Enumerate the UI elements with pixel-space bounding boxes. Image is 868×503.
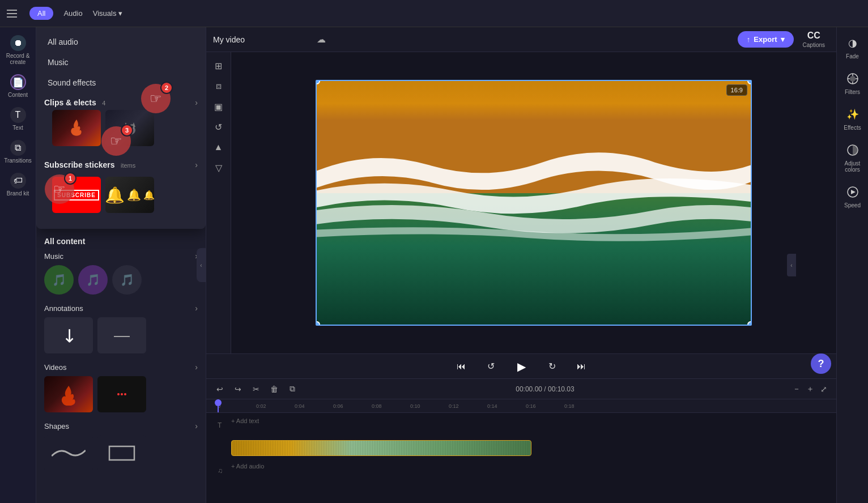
panel-scroll-indicator[interactable]: ‹ [197, 248, 206, 282]
annotations-title: Annotations [44, 304, 83, 313]
video-thumb-fire[interactable] [44, 376, 93, 412]
hamburger-menu-icon[interactable] [7, 7, 20, 20]
text-track-area[interactable]: + Add text [231, 417, 836, 433]
dropdown-all-audio[interactable]: All audio [36, 32, 206, 52]
dot3-icon [124, 393, 126, 395]
align-bottom-button[interactable]: ▽ [210, 159, 228, 177]
tick-8: 0:16 [526, 403, 564, 409]
captions-button[interactable]: CC Captions [798, 28, 829, 50]
zoom-out-button[interactable]: － [791, 383, 802, 395]
right-panel-adjust-colors[interactable]: Adjust colors [839, 139, 866, 176]
clip-thumb-cat[interactable] [105, 110, 154, 146]
video-topbar: ☁ ↑ Export ▾ CC Captions [206, 27, 836, 52]
subscribe-thumbnails: SUBSCRIBE 🔔 🔔 🔔 [44, 174, 198, 220]
tick-9: 0:18 [564, 403, 603, 409]
tick-2: 0:04 [295, 403, 333, 409]
shape-thumb-1[interactable] [44, 435, 93, 471]
timeline-toolbar: ↩ ↪ ✂ 🗑 ⧉ 00:00.00 / 00:10.03 － ＋ ⤢ [206, 379, 836, 399]
undo-button[interactable]: ↩ [213, 382, 227, 396]
audio-track-area[interactable]: + Add audio [231, 463, 836, 479]
video-frame[interactable] [316, 80, 752, 326]
sidebar-item-text[interactable]: T Text [3, 104, 33, 134]
bell-sticker-thumb[interactable]: 🔔 🔔 🔔 [105, 177, 154, 213]
video-thumb-dark[interactable] [97, 376, 146, 412]
crop-button[interactable]: ⧈ [210, 77, 228, 95]
record-create-icon: ⏺ [10, 35, 26, 51]
zoom-in-button[interactable]: ＋ [805, 383, 816, 395]
media-panel: All audio Music Sound effects Clips & el… [36, 27, 206, 503]
rotate-button[interactable]: ↺ [210, 118, 228, 136]
tab-visuals[interactable]: Visuals ▾ [93, 7, 123, 20]
add-text-label[interactable]: + Add text [231, 417, 836, 424]
music-item-1[interactable]: 🎵 [78, 265, 108, 295]
current-time: 00:00.00 [516, 385, 542, 393]
right-panel-filters[interactable]: Filters [839, 67, 866, 99]
skip-to-end-button[interactable]: ⏭ [572, 357, 590, 376]
shapes-thumbnails [44, 435, 198, 471]
right-panel-effects[interactable]: ✨ Effects [839, 103, 866, 134]
sidebar-item-content[interactable]: 📄 Content [3, 71, 33, 101]
present-button[interactable]: ▣ [210, 97, 228, 116]
svg-point-11 [850, 76, 856, 82]
dropdown-sound-effects[interactable]: Sound effects [36, 73, 206, 93]
tab-all[interactable]: All [29, 7, 53, 20]
shape-thumb-2[interactable] [97, 435, 146, 471]
subscribe-section: Subscribe stickers items › SUBSCRIBE 🔔 🔔… [36, 155, 206, 224]
copy-button[interactable]: ⧉ [286, 382, 299, 396]
subscribe-sticker-thumb[interactable]: SUBSCRIBE [52, 177, 101, 213]
forward-5s-button[interactable]: ↻ [543, 357, 561, 376]
line-annotation-thumb[interactable]: — [97, 317, 146, 353]
timeline-playhead[interactable] [218, 399, 219, 412]
all-content-title: All content [44, 237, 198, 246]
shapes-chevron-icon: › [195, 421, 198, 430]
fire-icon [65, 117, 88, 139]
tab-audio[interactable]: Audio [56, 7, 90, 20]
rewind-5s-button[interactable]: ↺ [482, 357, 500, 376]
arrow-annotation-thumb[interactable]: ↙ [44, 317, 93, 353]
filters-icon [845, 71, 861, 87]
align-top-button[interactable]: ▲ [210, 138, 228, 156]
dropdown-music[interactable]: Music [36, 52, 206, 73]
play-button[interactable]: ▶ [511, 356, 531, 377]
help-button[interactable]: ? [811, 353, 831, 374]
delete-button[interactable]: 🗑 [267, 382, 281, 396]
save-cloud-button[interactable]: ☁ [317, 34, 326, 45]
music-item-0[interactable]: 🎵 [44, 265, 74, 295]
content-icon: 📄 [10, 74, 26, 90]
audio-track-label: ♫ [218, 467, 231, 475]
sidebar-item-brand-kit[interactable]: 🏷 Brand kit [3, 169, 33, 200]
effects-icon: ✨ [845, 106, 861, 122]
fit-screen-button[interactable]: ⊞ [210, 57, 228, 75]
sidebar-item-transitions[interactable]: ⧉ Transitions [3, 137, 33, 167]
audio-dropdown: All audio Music Sound effects Clips & el… [36, 27, 206, 229]
annotations-category: Annotations › ↙ — [44, 304, 198, 353]
cut-button[interactable]: ✂ [249, 382, 263, 396]
handle-bottom-right[interactable] [747, 321, 752, 326]
zoom-fit-button[interactable]: ⤢ [818, 383, 829, 395]
video-clip[interactable] [231, 440, 531, 456]
right-panel-speed[interactable]: Speed [839, 181, 866, 212]
chevron-down-icon: ▾ [118, 9, 122, 18]
videos-category: Videos › [44, 363, 198, 412]
subscribe-chevron-icon: › [195, 160, 198, 169]
tick-7: 0:14 [487, 403, 526, 409]
music-item-2[interactable]: 🎵 [112, 265, 142, 295]
add-audio-label[interactable]: + Add audio [231, 463, 836, 470]
export-chevron-icon: ▾ [781, 35, 785, 44]
annotation-items: ↙ — [44, 317, 198, 353]
redo-button[interactable]: ↪ [231, 382, 245, 396]
transitions-icon: ⧉ [10, 140, 26, 156]
music-icons: 🎵 🎵 🎵 [44, 265, 198, 295]
video-track-area[interactable] [231, 440, 836, 456]
playback-controls: ⏮ ↺ ▶ ↻ ⏭ ⛶ [206, 353, 836, 378]
right-panel-collapse-button[interactable]: ‹ [787, 254, 796, 276]
sidebar-item-record-create[interactable]: ⏺ Record & create [3, 32, 33, 69]
timeline-tracks: T + Add text [206, 413, 836, 485]
clip-thumb-fire[interactable] [52, 110, 101, 146]
right-panel-fade[interactable]: ◑ Fade [839, 32, 866, 63]
export-button[interactable]: ↑ Export ▾ [738, 31, 794, 48]
video-title-input[interactable] [213, 35, 312, 44]
skip-to-start-button[interactable]: ⏮ [452, 357, 470, 376]
text-track-row: T + Add text [218, 415, 836, 436]
main-content: ⏺ Record & create 📄 Content T Text ⧉ Tra… [0, 27, 868, 503]
